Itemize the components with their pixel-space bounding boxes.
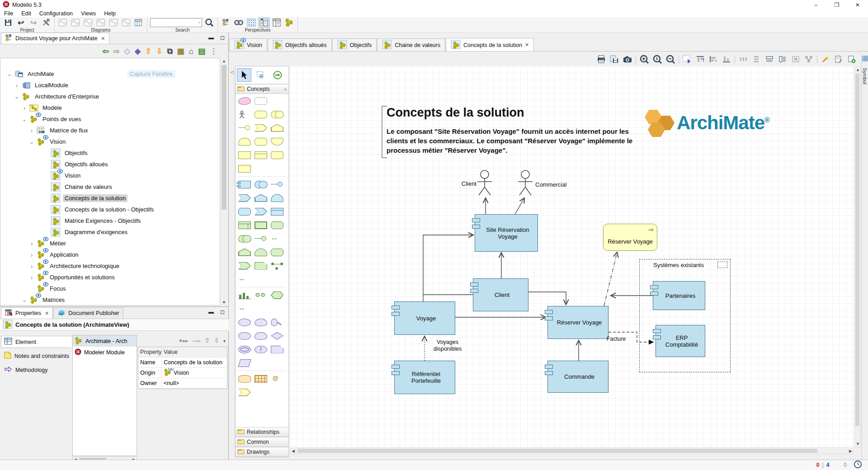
collapse-all-icon[interactable]: ⧉: [167, 47, 172, 55]
edit-page-icon[interactable]: [834, 54, 844, 64]
select-mode-icon[interactable]: [682, 54, 692, 64]
palette-application-interface-icon[interactable]: [271, 181, 283, 188]
chevron-right-icon[interactable]: ›: [29, 274, 34, 281]
tree-item-architecture-technologique[interactable]: ›Architecture technologique: [0, 260, 220, 272]
browser-tab[interactable]: Discount Voyage pour ArchiMate ✕: [1, 33, 109, 44]
remove-guillemet-icon[interactable]: –«»: [192, 336, 200, 344]
palette-technology-event-icon[interactable]: [238, 262, 251, 270]
palette-stakeholder-icon[interactable]: [238, 319, 251, 326]
link-perspective-icon[interactable]: [233, 18, 244, 28]
palette-business-event-icon[interactable]: [255, 138, 267, 146]
palette-business-actor-icon[interactable]: [238, 111, 251, 118]
palette-business-role-icon[interactable]: [255, 111, 267, 118]
palette-equipment-icon[interactable]: [238, 291, 251, 299]
tree-item-concepts-de-la-solution[interactable]: Concepts de la solution: [0, 193, 220, 204]
navigate-tool-icon[interactable]: [270, 68, 285, 82]
chevron-right-icon[interactable]: ›: [29, 240, 34, 247]
actor-diagram-icon[interactable]: [108, 18, 119, 28]
side-tab-element[interactable]: Element: [1, 336, 71, 348]
chevron-down-icon[interactable]: ⌄: [7, 70, 12, 77]
move-up-outline-icon[interactable]: ⇧: [205, 336, 210, 344]
move-down-icon[interactable]: ⇩: [156, 47, 162, 55]
group-systemes-existants[interactable]: Systèmes existants: [639, 259, 731, 372]
chevron-down-icon[interactable]: ⌄: [29, 138, 34, 145]
palette-technology-function-icon[interactable]: [238, 249, 251, 256]
palette-collapse-strip[interactable]: ◁: [229, 68, 235, 456]
palette-application-event-icon[interactable]: [255, 208, 267, 216]
palette-artifact-icon[interactable]: [255, 262, 267, 270]
diagram-tab-chaine-de-valeurs[interactable]: Chaine de valeurs: [377, 38, 445, 52]
tree-item-matrice-exigences-objectifs[interactable]: Matrice Exigences - Objectifs: [0, 215, 220, 226]
search-input[interactable]: [150, 18, 202, 27]
palette-course-of-action-icon[interactable]: @: [271, 375, 283, 383]
edge-label[interactable]: Facture: [605, 336, 627, 343]
style-wand-icon[interactable]: [821, 54, 830, 64]
palette-requirement-icon[interactable]: [238, 346, 251, 353]
palette-principle-icon[interactable]: [271, 332, 283, 340]
component-clientc[interactable]: Client: [473, 278, 528, 311]
palette-technology-collaboration-icon[interactable]: [238, 235, 251, 243]
zoom-out-icon[interactable]: [665, 54, 675, 64]
home-icon[interactable]: ⌂: [189, 47, 193, 55]
tree-item-focus[interactable]: Focus: [0, 283, 220, 294]
search-icon[interactable]: [204, 18, 215, 28]
palette-application-service-icon[interactable]: [238, 208, 251, 216]
class-diagram-icon[interactable]: [57, 18, 68, 28]
close-icon[interactable]: ✕: [525, 42, 529, 48]
table-perspective-icon[interactable]: [271, 18, 282, 28]
menu-configuration[interactable]: Configuration: [35, 10, 77, 17]
palette-association-icon[interactable]: ↔: [238, 276, 251, 283]
link-view-icon[interactable]: ▦: [177, 47, 184, 55]
tree-item-architecture-d-enterprise[interactable]: ⌄Architecture d'Enterprise: [0, 91, 220, 102]
chevron-down-icon[interactable]: ⌄: [22, 296, 27, 303]
forward-icon[interactable]: ⇨: [113, 47, 120, 55]
palette-section-relationships[interactable]: Relationships: [236, 427, 288, 437]
palette-capability-icon[interactable]: [255, 375, 267, 383]
diagram-tab-concepts-de-la-solution[interactable]: Concepts de la solution✕: [446, 38, 534, 52]
related-icon[interactable]: ◆: [135, 47, 141, 55]
menu-caret-icon[interactable]: ▾: [223, 336, 226, 344]
layout-icon[interactable]: [804, 54, 814, 64]
chevron-right-icon[interactable]: ›: [29, 263, 34, 270]
cursor-tool-icon[interactable]: [237, 68, 251, 82]
chevron-down-icon[interactable]: ⌄: [14, 93, 19, 100]
palette-data-object-icon[interactable]: [271, 208, 283, 216]
related-light-icon[interactable]: ◇: [124, 47, 130, 55]
export-diagram-icon[interactable]: [847, 54, 857, 64]
collapse-palette-icon[interactable]: «: [284, 86, 287, 92]
tree-item-objectifs[interactable]: Objectifs: [0, 147, 220, 159]
properties-tab-properties[interactable]: Properties✕: [1, 307, 53, 319]
palette-assessment-icon[interactable]: [271, 319, 283, 326]
palette-technology-process-icon[interactable]: [255, 249, 267, 256]
tree-item-points-de-vues[interactable]: ⌄Points de vues: [0, 113, 220, 125]
minimize-button[interactable]: –: [806, 0, 826, 10]
component-reserverc[interactable]: Réserver Voyage: [547, 306, 609, 339]
palette-device-icon[interactable]: [255, 221, 267, 229]
distribute-h-icon[interactable]: [738, 54, 748, 64]
camera-icon[interactable]: [623, 54, 632, 64]
palette-material-icon[interactable]: ⚙⚙: [255, 291, 267, 299]
tree-item-matrice-de-flux[interactable]: ›Matrice de flux: [0, 125, 220, 136]
align-top-icon[interactable]: [695, 54, 705, 64]
property-row-owner[interactable]: Owner<null>: [138, 378, 227, 389]
same-height-icon[interactable]: [778, 54, 788, 64]
palette-business-object-icon[interactable]: [238, 151, 251, 159]
palette-path-icon[interactable]: ↔: [271, 235, 283, 243]
component-commande[interactable]: Commande: [547, 361, 609, 393]
deployment-diagram-icon[interactable]: [70, 18, 81, 28]
panel-minimize-icon[interactable]: ▬: [208, 34, 214, 41]
zoom-in-icon[interactable]: [639, 54, 649, 64]
process-reserver-voyage[interactable]: ⇒Réserver Voyage: [603, 224, 657, 251]
chevron-right-icon[interactable]: ›: [22, 104, 27, 112]
properties-tab-document-publisher[interactable]: Document Publisher: [53, 307, 123, 319]
palette-product-icon[interactable]: [238, 165, 251, 173]
palette-goal-icon[interactable]: [238, 332, 251, 340]
canvas-vscrollbar[interactable]: ▲ ▼: [854, 66, 861, 447]
palette-representation-icon[interactable]: [271, 151, 283, 159]
palette-contract-icon[interactable]: [255, 151, 267, 159]
move-down-outline-icon[interactable]: ⇩: [214, 336, 219, 344]
zoom-original-icon[interactable]: [652, 54, 662, 64]
palette-business-process-icon[interactable]: [255, 124, 267, 132]
menu-file[interactable]: File: [0, 10, 17, 17]
palette-communication-network-icon[interactable]: [271, 262, 283, 270]
